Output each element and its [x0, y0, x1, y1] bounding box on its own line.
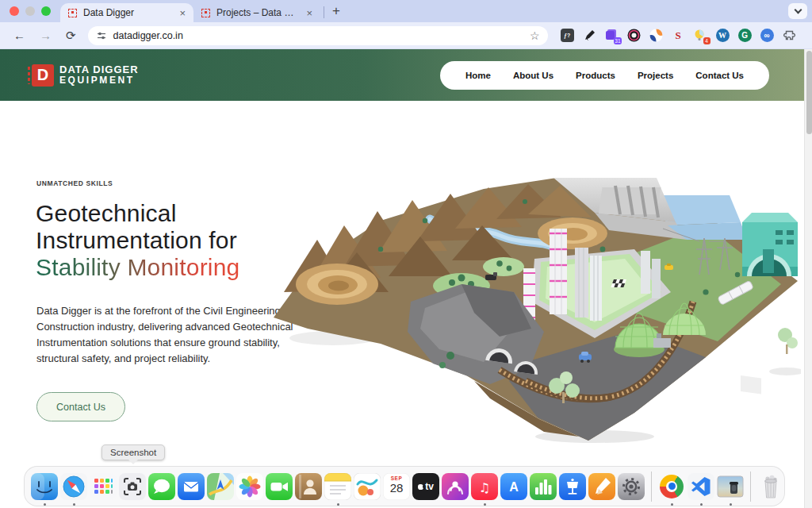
tab-strip: Data Digger × Projects – Data Digger × + — [0, 0, 812, 22]
calendar-day: 28 — [383, 481, 410, 496]
launchpad-icon[interactable] — [90, 473, 117, 500]
web-page: D DATA DIGGER EQUIPMENT Home About Us Pr… — [0, 49, 812, 508]
tab-projects[interactable]: Projects – Data Digger × — [193, 3, 320, 22]
photos-icon[interactable] — [236, 473, 263, 500]
maps-icon[interactable] — [207, 473, 234, 500]
app-store-icon[interactable]: A — [500, 473, 527, 500]
dock-separator — [750, 471, 751, 502]
site-logo[interactable]: D DATA DIGGER EQUIPMENT — [32, 64, 139, 87]
music-icon[interactable]: ♫ — [471, 473, 498, 500]
svg-text:A: A — [509, 480, 519, 494]
infinity-extension-icon[interactable]: ∞ — [760, 29, 774, 42]
calendar-month: SEP — [383, 475, 410, 481]
tab-close-icon[interactable]: × — [306, 7, 312, 19]
safari-icon[interactable] — [60, 473, 87, 500]
mail-icon[interactable] — [178, 473, 205, 500]
site-header: D DATA DIGGER EQUIPMENT Home About Us Pr… — [0, 49, 804, 101]
hero-illustration — [262, 173, 801, 443]
bookmark-star-icon[interactable]: ☆ — [530, 29, 540, 42]
tab-separator — [324, 6, 324, 18]
maximize-window-button[interactable] — [41, 6, 51, 16]
nav-item-about[interactable]: About Us — [513, 71, 553, 80]
site-favicon — [68, 9, 77, 17]
running-indicator — [730, 503, 732, 506]
nav-item-contact[interactable]: Contact Us — [695, 71, 744, 80]
hero-heading: Geotechnical Instrumentation for Stabili… — [36, 200, 239, 281]
numbers-icon[interactable] — [530, 473, 557, 500]
facetime-icon[interactable] — [266, 473, 293, 500]
preview-window-icon[interactable] — [717, 473, 744, 500]
extensions-puzzle-icon[interactable] — [783, 29, 796, 42]
pen-tool-extension-icon[interactable] — [583, 29, 596, 42]
svg-text:♫: ♫ — [479, 479, 490, 495]
screen: Data Digger × Projects – Data Digger × +… — [0, 0, 812, 508]
screenshot-icon[interactable] — [119, 473, 146, 500]
trash-icon[interactable] — [757, 473, 784, 500]
scrollbar-thumb[interactable] — [806, 51, 812, 134]
extension-badge: 4 — [703, 37, 710, 44]
notes-icon[interactable] — [324, 473, 351, 500]
main-nav: Home About Us Products Projects Contact … — [440, 61, 769, 90]
running-indicator — [700, 503, 703, 506]
page-scrollbar[interactable] — [804, 49, 812, 508]
extensions-row: ƒ? 31 S 4 W G ∞ — [561, 29, 796, 42]
calendar-icon[interactable]: SEP 28 — [383, 473, 410, 500]
calendar-extension-icon[interactable]: 31 — [605, 29, 619, 42]
wordpress-extension-icon[interactable]: W — [716, 29, 730, 42]
nav-item-products[interactable]: Products — [576, 71, 615, 80]
url-text[interactable]: datadigger.co.in — [113, 30, 523, 41]
forward-button[interactable]: → — [33, 29, 59, 42]
tab-search-button[interactable] — [788, 3, 807, 19]
nav-item-projects[interactable]: Projects — [638, 71, 673, 80]
running-indicator — [73, 503, 75, 506]
finder-icon[interactable] — [31, 473, 58, 500]
chevron-down-icon — [794, 6, 802, 14]
dock: SEP 28 tv ♫ — [24, 466, 785, 506]
window-controls — [0, 6, 60, 22]
chrome-icon[interactable] — [658, 473, 685, 500]
system-settings-icon[interactable] — [618, 473, 645, 500]
podcasts-icon[interactable] — [442, 473, 469, 500]
back-button[interactable]: ← — [6, 29, 33, 42]
math-tool-extension-icon[interactable]: ƒ? — [561, 29, 574, 42]
apple-tv-icon[interactable]: tv — [412, 473, 439, 500]
running-indicator — [671, 503, 673, 506]
s-extension-icon[interactable]: S — [672, 29, 685, 42]
address-bar[interactable]: datadigger.co.in ☆ — [88, 26, 548, 45]
tab-title: Data Digger — [83, 7, 173, 18]
close-window-button[interactable] — [10, 6, 19, 16]
logo-text: DATA DIGGER EQUIPMENT — [59, 64, 139, 85]
contact-us-button[interactable]: Contact Us — [36, 392, 125, 421]
logo-d-mark: D — [32, 64, 54, 87]
messages-icon[interactable] — [148, 473, 175, 500]
tab-data-digger[interactable]: Data Digger × — [60, 3, 193, 22]
keynote-icon[interactable] — [559, 473, 586, 500]
lightbulb-extension-icon[interactable]: 4 — [694, 29, 707, 42]
extension-badge: 31 — [614, 37, 621, 44]
vscode-icon[interactable] — [688, 473, 714, 500]
browser-toolbar: ← → ⟳ datadigger.co.in ☆ ƒ? 31 — [0, 22, 812, 49]
nav-item-home[interactable]: Home — [465, 71, 491, 80]
new-tab-button[interactable]: + — [327, 3, 348, 22]
running-indicator — [337, 503, 339, 506]
hero-eyebrow: UNMATCHED SKILLS — [36, 179, 113, 187]
swirl-extension-icon[interactable] — [649, 29, 663, 42]
apple-logo — [418, 483, 424, 490]
camera-extension-icon[interactable] — [627, 29, 641, 42]
site-settings-icon[interactable] — [96, 30, 107, 41]
dock-separator — [651, 471, 652, 502]
minimize-window-button[interactable] — [25, 6, 35, 16]
tab-title: Projects – Data Digger — [216, 7, 300, 18]
tab-close-icon[interactable]: × — [179, 7, 186, 19]
screenshot-tooltip: Screenshot — [102, 444, 165, 460]
grammarly-extension-icon[interactable]: G — [738, 29, 752, 42]
running-indicator — [44, 503, 46, 506]
site-favicon — [201, 9, 210, 17]
running-indicator — [484, 503, 486, 506]
reload-button[interactable]: ⟳ — [59, 29, 83, 43]
freeform-icon[interactable] — [354, 473, 381, 500]
pages-icon[interactable] — [588, 473, 615, 500]
contacts-icon[interactable] — [295, 473, 322, 500]
